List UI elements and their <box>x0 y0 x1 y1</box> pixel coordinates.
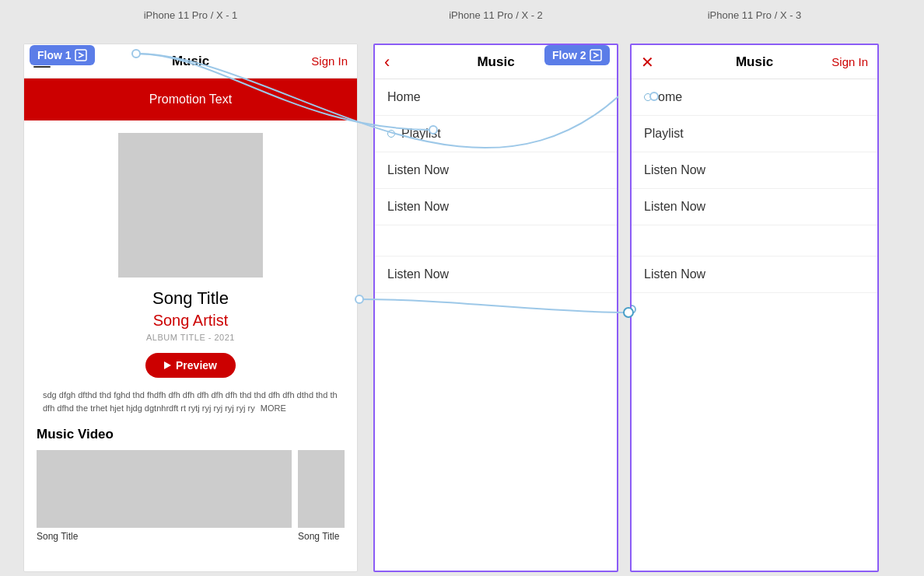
list-item[interactable]: Listen Now <box>632 257 877 293</box>
list-item[interactable]: ome <box>632 79 877 116</box>
frame2: ‹ Music Home Playlist Listen Now Listen … <box>373 44 618 572</box>
album-section: Song Title Song Artist ALBUM TITLE - 202… <box>24 120 357 427</box>
frame3-item-2: Listen Now <box>644 163 705 177</box>
canvas: iPhone 11 Pro / X - 1 iPhone 11 Pro / X … <box>0 0 924 576</box>
frame1-sign-in[interactable]: Sign In <box>311 54 348 68</box>
frame1: Music Sign In Promotion Text Song Title … <box>23 44 358 572</box>
frame2-item-2: Listen Now <box>387 163 449 177</box>
flow1-arrow-icon <box>75 49 87 61</box>
svg-rect-1 <box>590 50 601 61</box>
album-info: ALBUM TITLE - 2021 <box>146 333 235 342</box>
frame1-nav-title: Music <box>172 54 209 69</box>
list-item[interactable]: Playlist <box>375 116 617 152</box>
list-item[interactable]: Listen Now <box>375 189 617 225</box>
preview-label: Preview <box>176 359 217 372</box>
frame2-label: iPhone 11 Pro / X - 2 <box>373 9 618 21</box>
flow2-badge[interactable]: Flow 2 <box>544 45 610 65</box>
video-thumbnails: Song Title Song Title <box>37 450 345 542</box>
video-label-2: Song Title <box>298 531 345 542</box>
preview-button[interactable]: Preview <box>145 353 236 378</box>
list-item[interactable]: Listen Now <box>375 152 617 189</box>
frame1-label: iPhone 11 Pro / X - 1 <box>23 9 358 21</box>
video-label-1: Song Title <box>37 531 292 542</box>
frame2-item-3: Listen Now <box>387 200 449 214</box>
list-item[interactable]: Listen Now <box>632 152 877 189</box>
album-art <box>118 133 263 278</box>
frame3-item-1: Playlist <box>644 127 684 141</box>
svg-rect-0 <box>75 50 86 61</box>
song-artist: Song Artist <box>153 312 229 330</box>
frame2-item-0: Home <box>387 90 421 104</box>
more-link[interactable]: MORE <box>261 403 286 413</box>
frame2-item-4: Listen Now <box>387 267 449 281</box>
music-video-title: Music Video <box>37 427 345 442</box>
play-icon <box>164 361 171 369</box>
frame2-item-1: Playlist <box>401 127 441 141</box>
flow2-arrow-icon <box>590 49 602 61</box>
close-icon[interactable]: ✕ <box>641 53 654 72</box>
frame3-sidebar-list: ome Playlist Listen Now Listen Now Liste… <box>632 79 877 293</box>
video-thumb-2[interactable] <box>298 450 345 528</box>
music-video-section: Music Video Song Title Song Title <box>24 427 357 542</box>
description-text: sdg dfgh dfthd thd fghd thd fhdfh dfh df… <box>37 389 345 414</box>
video-thumb-1[interactable] <box>37 450 292 528</box>
frame3-item-3: Listen Now <box>644 200 705 214</box>
song-title: Song Title <box>152 288 229 309</box>
flow1-label: Flow 1 <box>37 49 72 61</box>
list-item[interactable]: Listen Now <box>632 189 877 225</box>
flow1-badge[interactable]: Flow 1 <box>30 45 95 65</box>
frame3-nav-title: Music <box>736 54 773 70</box>
frame3-navbar: ✕ Music Sign In <box>632 45 877 79</box>
frame3: ✕ Music Sign In ome Playlist Listen Now … <box>630 44 879 572</box>
frame3-item-4: Listen Now <box>644 267 705 281</box>
frame3-item-0: ome <box>658 90 682 104</box>
promo-banner: Promotion Text <box>24 79 357 120</box>
list-item[interactable]: Playlist <box>632 116 877 152</box>
flow2-label: Flow 2 <box>552 49 586 61</box>
back-icon[interactable]: ‹ <box>384 52 390 72</box>
list-item[interactable]: Listen Now <box>375 257 617 293</box>
frame3-sign-in[interactable]: Sign In <box>831 55 868 68</box>
description-content: sdg dfgh dfthd thd fghd thd fhdfh dfh df… <box>43 390 338 413</box>
connection-dot-playlist <box>387 130 395 138</box>
frame2-nav-title: Music <box>477 54 514 70</box>
list-item[interactable]: Home <box>375 79 617 116</box>
frame2-sidebar-list: Home Playlist Listen Now Listen Now List… <box>375 79 617 293</box>
frame3-bottom-dot <box>630 305 636 314</box>
connection-dot-home <box>644 93 652 101</box>
frame3-label: iPhone 11 Pro / X - 3 <box>630 9 879 21</box>
